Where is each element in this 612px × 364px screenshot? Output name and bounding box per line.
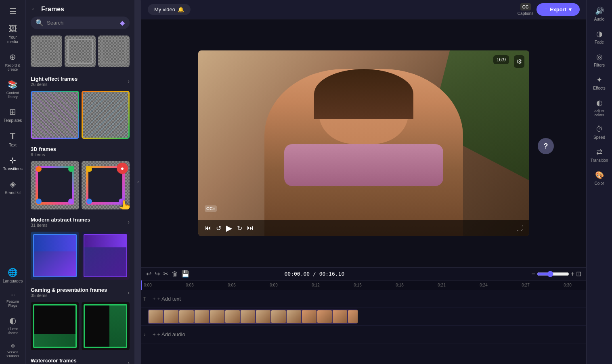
text-track: T + + Add text [141,290,586,308]
frame-thumbnail[interactable] [31,161,79,209]
nav-text[interactable]: T Text [2,128,24,151]
section-modern-abstract-frames: Modern abstract frames 31 items › [29,214,131,282]
nav-content-library[interactable]: 📚 Contentlibrary [2,76,24,102]
zoom-in-button[interactable]: + [571,270,574,278]
cc-badge: CC+ [205,205,217,212]
nav-menu[interactable]: ☰ [2,3,24,19]
nav-templates[interactable]: ⊞ Templates [2,104,24,126]
right-nav-color[interactable]: 🎨 Color [588,167,611,189]
playhead[interactable] [141,280,142,290]
section-header-watercolor[interactable]: Watercolor frames 12 items › [29,355,131,364]
text-track-content: + + Add text [148,290,586,308]
text-icon: T [10,131,15,141]
frame-thumbnail-with-cursor[interactable]: ● 👆 [82,161,130,209]
section-count: 31 items [31,223,90,228]
nav-record-create[interactable]: ⊕ Record &create [2,49,24,75]
right-nav-adjust-colors[interactable]: ◐ Adjust colors [588,95,611,120]
section-header-modern[interactable]: Modern abstract frames 31 items › [29,214,131,230]
panel-header: ← Frames [26,0,134,17]
search-input[interactable] [47,20,117,26]
nav-label: Brand kit [5,190,21,195]
nav-your-media[interactable]: 🖼 Your media [2,21,24,47]
left-navigation: ☰ 🖼 Your media ⊕ Record &create 📚 Conten… [0,0,26,364]
help-button[interactable]: ? [538,138,554,154]
notification-icon: 🔔 [178,6,184,13]
right-nav-fade[interactable]: ◑ Fade [588,26,611,48]
captions-label: Captions [518,11,533,16]
media-icon: 🖼 [9,24,17,33]
nav-brand-kit[interactable]: ◈ Brand kit [2,176,24,198]
add-text-button[interactable]: + + Add text [148,296,186,302]
ruler-mark: 0:12 [312,283,319,287]
video-title: My video [154,6,175,13]
frame-thumbnail[interactable] [82,91,130,139]
thumbnail-item[interactable] [65,36,96,67]
right-nav-speed[interactable]: ⏱ Speed [588,122,611,143]
transition-icon: ⇄ [596,148,602,157]
right-nav-effects[interactable]: ✦ Effects [588,72,611,94]
timeline-ruler: 0:00 0:03 0:06 0:09 0:12 0:15 0:18 0:21 … [141,280,586,290]
frame-thumbnail[interactable] [31,232,79,280]
nav-transitions[interactable]: ⊹ Transitions [2,152,24,174]
fit-timeline-button[interactable]: ⊡ [576,270,581,278]
export-icon: ↑ [545,6,547,13]
menu-icon: ☰ [9,6,17,16]
frame-thumbnail[interactable] [31,91,79,139]
thumbnail-item[interactable] [98,36,130,67]
click-indicator: ● [117,163,128,174]
panel-collapse-button[interactable]: ‹ [135,0,141,364]
captions-button[interactable]: CC Captions [518,3,533,16]
right-nav-label: Adjust colors [590,109,609,117]
aspect-ratio-button[interactable]: 16:9 [493,55,509,64]
fade-icon: ◑ [596,29,603,38]
rewind-button[interactable]: ⏮ [205,224,211,232]
zoom-slider[interactable] [537,271,569,277]
video-clip[interactable] [148,310,358,324]
save-button[interactable]: 💾 [181,270,189,278]
ruler-mark: 0:30 [564,283,571,287]
undo-button[interactable]: ↩ [146,270,151,278]
frame-thumbnail[interactable] [82,232,130,280]
right-nav-label: Filters [594,63,605,67]
fullscreen-button[interactable]: ⛶ [516,224,523,232]
play-button[interactable]: ▶ [226,223,232,233]
video-title-tab[interactable]: My video 🔔 [148,4,191,15]
section-header-light-effect[interactable]: Light effect frames 26 items › [29,73,131,89]
thumbnail-item[interactable] [31,36,62,67]
section-header-gaming[interactable]: Gaming & presentation frames 35 items › [29,285,131,300]
section-header-3d[interactable]: 3D frames 6 items [29,144,131,159]
ruler-mark: 0:27 [522,283,529,287]
right-nav-filters[interactable]: ◎ Filters [588,49,611,71]
zoom-out-button[interactable]: − [531,270,535,278]
nav-feature-flags[interactable]: ··· FeatureFlags [2,288,24,311]
section-light-effect-frames: Light effect frames 26 items › [29,73,131,141]
chevron-right-icon: › [128,289,130,296]
right-nav-label: Fade [595,40,604,44]
delete-button[interactable]: 🗑 [172,270,178,278]
forward-5s-button[interactable]: ↻ [237,224,242,232]
panel-title: Frames [41,6,64,13]
back-button[interactable]: ← [31,5,38,13]
back-5s-button[interactable]: ↺ [216,224,221,232]
right-nav-transition[interactable]: ⇄ Transition [588,144,611,166]
section-name: 3D frames [31,146,56,152]
nav-fluent-theme[interactable]: ◐ FluentTheme [2,312,24,338]
export-label: Export [550,6,566,13]
premium-filter-button[interactable]: ◆ [120,19,125,27]
current-time: 00:00.00 [285,271,310,277]
cut-button[interactable]: ✂ [163,270,168,278]
time-display: 00:00.00 / 00:16.10 [285,271,345,277]
frames-panel: ← Frames 🔍 ◆ Light effect frames 26 it [26,0,135,364]
canvas-settings-button[interactable]: ⚙ [514,55,524,68]
adjust-colors-icon: ◐ [596,98,603,107]
nav-languages[interactable]: 🌐 Languages [2,264,24,287]
frame-thumbnail[interactable] [82,302,130,350]
right-nav-audio[interactable]: 🔊 Audio [588,3,611,25]
export-button[interactable]: ↑ Export ▾ [537,3,580,16]
section-3d-frames: 3D frames 6 items [29,144,131,211]
redo-button[interactable]: ↪ [155,270,160,278]
nav-label: Languages [3,279,23,283]
add-audio-button[interactable]: + + Add audio [148,331,190,337]
frame-thumbnail[interactable] [31,302,79,350]
skip-forward-button[interactable]: ⏭ [247,224,254,232]
